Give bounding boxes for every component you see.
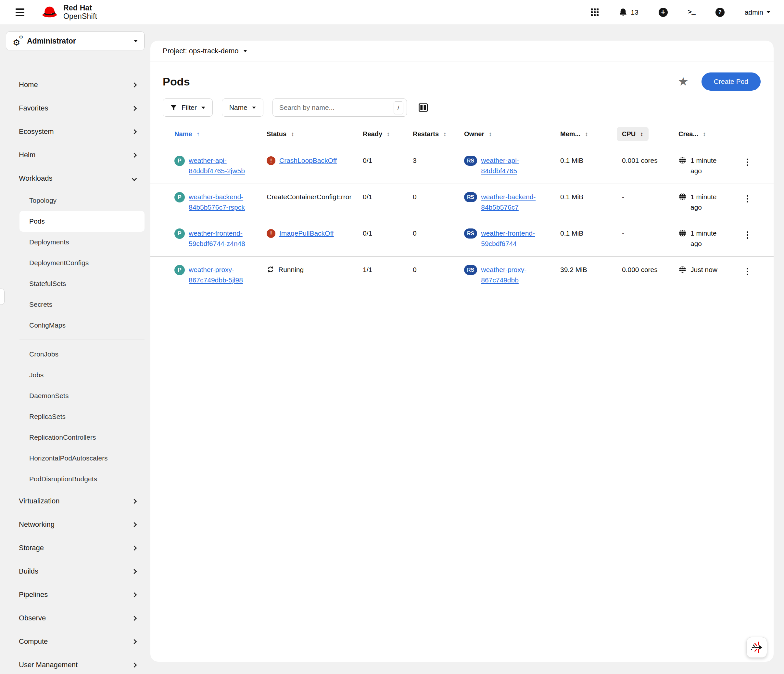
sidebar-item-observe[interactable]: Observe bbox=[0, 606, 150, 630]
drawer-handle[interactable] bbox=[0, 289, 5, 305]
status-text: CreateContainerConfigError bbox=[267, 192, 352, 202]
chevron-right-icon bbox=[132, 499, 137, 504]
sidebar-item-networking[interactable]: Networking bbox=[0, 513, 150, 536]
sidebar-item-ecosystem[interactable]: Ecosystem bbox=[0, 120, 150, 143]
created-cell: Just now bbox=[678, 265, 744, 275]
pod-name-link[interactable]: weather-api-84ddbf4765-2jw5b bbox=[189, 155, 261, 176]
owner-link[interactable]: weather-api-84ddbf4765 bbox=[481, 155, 554, 176]
column-header-memory[interactable]: Mem...↕ bbox=[560, 130, 622, 138]
sidebar-item-workloads[interactable]: Workloads bbox=[0, 167, 150, 190]
pod-name-link[interactable]: weather-backend-84b5b576c7-rspck bbox=[189, 192, 261, 212]
sidebar-item-poddisruptionbudgets[interactable]: PodDisruptionBudgets bbox=[0, 469, 150, 490]
filter-dropdown[interactable]: Filter bbox=[163, 98, 213, 117]
status-link[interactable]: CrashLoopBackOff bbox=[279, 155, 337, 166]
owner-link[interactable]: weather-frontend-59cbdf6744 bbox=[481, 228, 554, 249]
chevron-down-icon bbox=[243, 50, 247, 52]
page-title: Pods bbox=[163, 75, 190, 88]
sidebar-item-replicationcontrollers[interactable]: ReplicationControllers bbox=[0, 427, 150, 448]
sidebar-item-daemonsets[interactable]: DaemonSets bbox=[0, 385, 150, 406]
create-pod-button[interactable]: Create Pod bbox=[702, 72, 761, 90]
filter-funnel-icon bbox=[170, 104, 177, 111]
chevron-down-icon bbox=[201, 107, 205, 109]
notifications-button[interactable]: 13 bbox=[619, 8, 638, 17]
pod-name-link[interactable]: weather-frontend-59cbdf6744-z4n48 bbox=[189, 228, 261, 249]
actions-cell bbox=[744, 192, 774, 205]
sidebar-item-virtualization[interactable]: Virtualization bbox=[0, 490, 150, 513]
sidebar-item-configmaps[interactable]: ConfigMaps bbox=[0, 315, 150, 336]
created-time: 1 minute ago bbox=[691, 155, 729, 176]
sidebar-item-builds[interactable]: Builds bbox=[0, 560, 150, 583]
pod-name-link[interactable]: weather-proxy-867c749dbb-5jl98 bbox=[189, 265, 261, 285]
sidebar-item-horizontalpodautoscalers[interactable]: HorizontalPodAutoscalers bbox=[0, 448, 150, 469]
globe-icon bbox=[678, 156, 687, 164]
notification-count: 13 bbox=[631, 8, 638, 16]
chevron-right-icon bbox=[132, 82, 137, 87]
user-menu[interactable]: admin bbox=[745, 8, 770, 16]
manage-columns-button[interactable] bbox=[418, 103, 428, 112]
column-header-owner[interactable]: Owner↕ bbox=[464, 130, 560, 138]
sidebar-item-favorites[interactable]: Favorites bbox=[0, 97, 150, 120]
sidebar-item-jobs[interactable]: Jobs bbox=[0, 365, 150, 385]
chevron-right-icon bbox=[132, 662, 137, 668]
quick-create-button[interactable]: + bbox=[659, 8, 668, 17]
project-selector[interactable]: Project: ops-track-demo bbox=[150, 41, 774, 61]
menu-toggle-icon[interactable] bbox=[14, 6, 26, 18]
sidebar-item-cronjobs[interactable]: CronJobs bbox=[0, 344, 150, 365]
owner-cell: RS weather-api-84ddbf4765 bbox=[464, 155, 560, 176]
sidebar-item-user-management[interactable]: User Management bbox=[0, 653, 150, 674]
sidebar-item-helm[interactable]: Helm bbox=[0, 143, 150, 167]
sidebar-item-deploymentconfigs[interactable]: DeploymentConfigs bbox=[0, 253, 150, 273]
chevron-down-icon bbox=[132, 176, 137, 181]
masthead: Red Hat OpenShift 13 + >_ ? admin bbox=[0, 0, 784, 24]
status-cell: CreateContainerConfigError bbox=[267, 192, 363, 202]
username: admin bbox=[745, 8, 763, 16]
table-row: P weather-proxy-867c749dbb-5jl98 Running… bbox=[150, 257, 774, 293]
sidebar-item-pipelines[interactable]: Pipelines bbox=[0, 583, 150, 606]
sidebar-item-pods[interactable]: Pods bbox=[19, 211, 145, 232]
status-link[interactable]: ImagePullBackOff bbox=[279, 228, 334, 239]
kebab-menu-icon[interactable] bbox=[744, 192, 751, 205]
globe-icon bbox=[678, 229, 687, 237]
sidebar-item-compute[interactable]: Compute bbox=[0, 630, 150, 653]
sidebar-item-deployments[interactable]: Deployments bbox=[0, 232, 150, 253]
error-status-icon: ! bbox=[267, 156, 275, 165]
column-header-cpu[interactable]: CPU↕ bbox=[622, 130, 678, 138]
owner-cell: RS weather-backend-84b5b576c7 bbox=[464, 192, 560, 212]
sidebar-item-secrets[interactable]: Secrets bbox=[0, 294, 150, 315]
kebab-menu-icon[interactable] bbox=[744, 265, 751, 278]
lightspeed-launcher-button[interactable] bbox=[746, 637, 767, 658]
column-header-status[interactable]: Status↕ bbox=[267, 130, 363, 138]
owner-link[interactable]: weather-proxy-867c749dbb bbox=[481, 265, 554, 285]
chevron-right-icon bbox=[132, 153, 137, 158]
web-terminal-button[interactable]: >_ bbox=[688, 8, 695, 16]
table-row: P weather-backend-84b5b576c7-rspck Creat… bbox=[150, 184, 774, 220]
search-type-dropdown[interactable]: Name bbox=[222, 98, 263, 117]
name-cell: P weather-api-84ddbf4765-2jw5b bbox=[174, 155, 267, 176]
sidebar-item-statefulsets[interactable]: StatefulSets bbox=[0, 273, 150, 294]
actions-cell bbox=[744, 265, 774, 278]
help-button[interactable]: ? bbox=[716, 8, 725, 17]
column-header-ready[interactable]: Ready↕ bbox=[363, 130, 413, 138]
favorite-star-icon[interactable]: ★ bbox=[678, 76, 688, 87]
perspective-switcher[interactable]: ⚙⚙ Administrator bbox=[6, 31, 145, 50]
column-header-restarts[interactable]: Restarts↕ bbox=[413, 130, 464, 138]
cpu-cell: - bbox=[622, 192, 678, 202]
column-header-created[interactable]: Crea...↕ bbox=[678, 130, 744, 138]
sidebar-item-home[interactable]: Home bbox=[0, 73, 150, 97]
sidebar-item-storage[interactable]: Storage bbox=[0, 536, 150, 560]
sidebar-divider bbox=[19, 340, 145, 340]
column-header-name[interactable]: Name↑ bbox=[174, 130, 267, 138]
owner-cell: RS weather-proxy-867c749dbb bbox=[464, 265, 560, 285]
search-input[interactable] bbox=[279, 104, 389, 111]
app-launcher-button[interactable] bbox=[591, 8, 599, 16]
sidebar-item-topology[interactable]: Topology bbox=[0, 190, 150, 211]
sidebar-item-replicasets[interactable]: ReplicaSets bbox=[0, 406, 150, 427]
ready-cell: 0/1 bbox=[363, 228, 413, 239]
owner-link[interactable]: weather-backend-84b5b576c7 bbox=[481, 192, 554, 212]
sort-icon: ↕ bbox=[585, 131, 588, 138]
kebab-menu-icon[interactable] bbox=[744, 156, 751, 168]
pod-resource-badge: P bbox=[174, 228, 185, 239]
kebab-menu-icon[interactable] bbox=[744, 229, 751, 242]
toolbar: Filter Name / bbox=[150, 93, 774, 117]
replicaset-resource-badge: RS bbox=[464, 192, 477, 202]
